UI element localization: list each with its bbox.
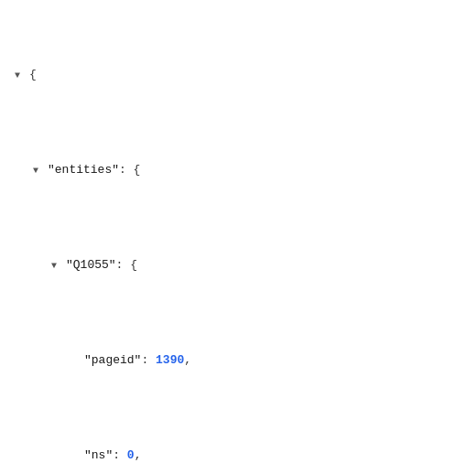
toggle-root[interactable] bbox=[15, 69, 27, 83]
entities-key: "entities" bbox=[48, 161, 119, 180]
q1055-key: "Q1055" bbox=[66, 256, 116, 275]
pageid-value: 1390 bbox=[156, 351, 184, 371]
line-pageid: "pageid": 1390, bbox=[15, 351, 461, 371]
line-entities: "entities": { bbox=[15, 161, 461, 180]
pageid-key: "pageid" bbox=[84, 351, 141, 371]
line-q1055: "Q1055": { bbox=[15, 256, 461, 275]
toggle-entities[interactable] bbox=[33, 164, 46, 178]
ns-value: 0 bbox=[127, 447, 135, 463]
toggle-q1055[interactable] bbox=[51, 259, 64, 274]
line-ns: "ns": 0, bbox=[15, 447, 461, 463]
ns-key: "ns" bbox=[84, 447, 113, 463]
root-brace-open: { bbox=[29, 66, 37, 85]
line-root-open: { bbox=[15, 66, 461, 85]
json-viewer: { "entities": { "Q1055": { "pageid": 139… bbox=[15, 9, 461, 463]
